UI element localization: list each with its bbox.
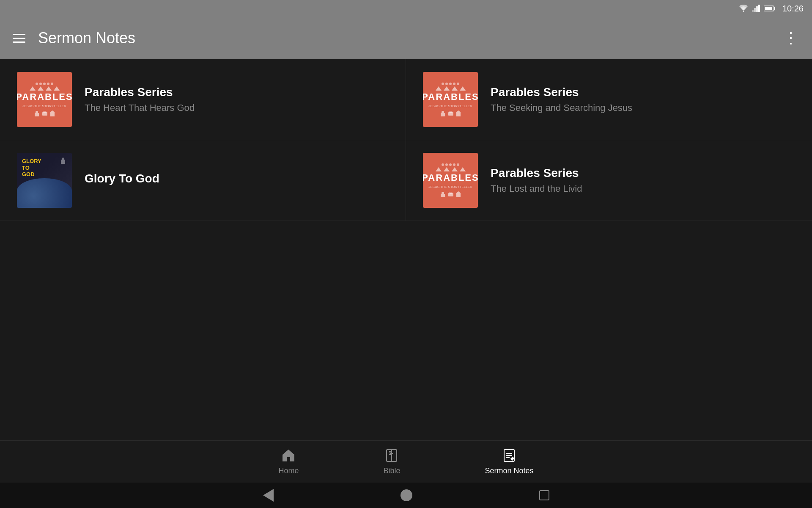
hamburger-line-2 [13, 38, 25, 39]
sermon-info-2: Parables Series The Seeking and Searchin… [491, 86, 795, 113]
nav-item-bible[interactable]: Bible [383, 448, 400, 475]
sermon-series-3: Glory To God [85, 172, 389, 185]
svg-rect-13 [450, 111, 452, 113]
app-bar: Sermon Notes ⋮ [0, 17, 812, 59]
svg-rect-3 [756, 6, 758, 12]
glory-line2: TO [22, 165, 41, 171]
hamburger-line-3 [13, 41, 25, 43]
system-navigation [0, 483, 812, 508]
svg-rect-1 [752, 10, 754, 12]
more-options-button[interactable]: ⋮ [783, 29, 799, 47]
sermon-item-1[interactable]: PARABLES JESUS THE STORYTELLER Parables … [0, 59, 406, 140]
svg-rect-8 [35, 113, 39, 116]
parables-thumb-title-4: PARABLES [423, 172, 478, 183]
sermon-info-4: Parables Series The Lost and the Livid [491, 166, 795, 194]
hamburger-line-1 [13, 34, 25, 35]
parables-thumb-title-2: PARABLES [423, 91, 478, 102]
parables-thumb-title-1: PARABLES [17, 91, 72, 102]
sermon-series-4: Parables Series [491, 166, 795, 180]
sermon-item-2[interactable]: PARABLES JESUS THE STORYTELLER Parables … [406, 59, 812, 140]
sermon-subtitle-4: The Lost and the Livid [491, 183, 795, 194]
sermon-item-3[interactable]: GLORY TO GOD Glory To God [0, 140, 406, 221]
bible-icon [384, 448, 399, 463]
sermon-series-1: Parables Series [85, 86, 389, 99]
glory-thumb-text: GLORY TO GOD [22, 158, 41, 178]
content-area: PARABLES JESUS THE STORYTELLER Parables … [0, 59, 812, 461]
sermon-item-4[interactable]: PARABLES JESUS THE STORYTELLER Parables … [406, 140, 812, 221]
glory-line1: GLORY [22, 158, 41, 165]
svg-rect-2 [754, 8, 756, 12]
svg-rect-4 [758, 5, 760, 12]
nav-item-home[interactable]: Home [278, 448, 299, 475]
nav-label-bible: Bible [383, 467, 400, 475]
svg-rect-10 [44, 111, 46, 113]
sermon-thumbnail-3: GLORY TO GOD [17, 153, 72, 208]
back-button[interactable] [263, 489, 274, 502]
svg-rect-11 [441, 113, 445, 116]
recents-button[interactable] [539, 490, 549, 500]
parables-thumb-subtitle-2: JESUS THE STORYTELLER [428, 104, 472, 108]
svg-rect-16 [450, 192, 452, 193]
sermon-info-1: Parables Series The Heart That Hears God [85, 86, 389, 113]
sermon-thumbnail-2: PARABLES JESUS THE STORYTELLER [423, 72, 478, 127]
svg-rect-6 [774, 7, 775, 10]
hamburger-menu[interactable] [13, 34, 25, 43]
glory-line3: GOD [22, 171, 41, 178]
nav-items: Home Bible Sermon Notes [278, 448, 533, 475]
parables-thumb-subtitle-4: JESUS THE STORYTELLER [428, 185, 472, 189]
sermon-thumbnail-1: PARABLES JESUS THE STORYTELLER [17, 72, 72, 127]
nav-label-sermon-notes: Sermon Notes [485, 467, 533, 475]
svg-rect-14 [441, 194, 445, 197]
sermon-series-2: Parables Series [491, 86, 795, 99]
svg-point-0 [743, 11, 744, 13]
sermon-subtitle-1: The Heart That Hears God [85, 102, 389, 113]
sermon-notes-icon [502, 448, 517, 463]
status-icons: 10:26 [738, 4, 804, 14]
signal-icon [752, 5, 760, 12]
home-icon [281, 448, 296, 463]
status-bar: 10:26 [0, 0, 812, 17]
battery-icon [764, 5, 776, 12]
bottom-navigation: Home Bible Sermon Notes [0, 440, 812, 483]
nav-label-home: Home [278, 467, 299, 475]
app-bar-left: Sermon Notes [13, 29, 135, 47]
sermon-info-3: Glory To God [85, 172, 389, 189]
wifi-icon [738, 5, 749, 12]
glory-globe [17, 178, 72, 208]
sermon-thumbnail-4: PARABLES JESUS THE STORYTELLER [423, 153, 478, 208]
app-title: Sermon Notes [38, 29, 135, 47]
home-button[interactable] [401, 489, 412, 501]
status-time: 10:26 [782, 4, 804, 14]
svg-rect-7 [765, 7, 772, 10]
sermon-grid: PARABLES JESUS THE STORYTELLER Parables … [0, 59, 812, 221]
parables-thumb-subtitle-1: JESUS THE STORYTELLER [22, 104, 66, 108]
sermon-subtitle-2: The Seeking and Searching Jesus [491, 102, 795, 113]
nav-item-sermon-notes[interactable]: Sermon Notes [485, 448, 533, 475]
